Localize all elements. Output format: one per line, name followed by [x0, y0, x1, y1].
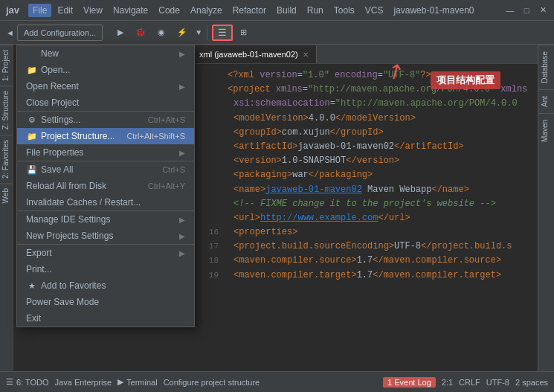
menu-item-manage-ide[interactable]: Manage IDE Settings ▶	[17, 211, 194, 228]
menu-view[interactable]: View	[79, 4, 107, 17]
left-side-panel: 1: Project Z: Structure 2: Favorites Web	[0, 45, 13, 371]
menu-item-invalidate-caches[interactable]: Invalidate Caches / Restart...	[17, 194, 194, 211]
code-line-8: <packaging>war</packaging>	[198, 168, 532, 182]
save-icon: 💾	[26, 165, 38, 175]
todo-panel-button[interactable]: ☰ 6: TODO	[6, 377, 49, 387]
open-recent-arrow: ▶	[179, 83, 185, 91]
sidebar-favorites-label[interactable]: 2: Favorites	[0, 135, 13, 183]
java-enterprise-label: Java Enterprise	[55, 378, 112, 387]
menu-navigate[interactable]: Navigate	[109, 4, 152, 17]
active-tab[interactable]: xml (javaweb-01-maven02) ✕	[192, 45, 317, 63]
debug-button[interactable]: 🐞	[131, 24, 150, 42]
menu-item-new-projects-settings[interactable]: New Projects Settings ▶	[17, 228, 194, 244]
menu-analyze[interactable]: Analyze	[186, 4, 227, 17]
menu-refactor[interactable]: Refactor	[228, 4, 271, 17]
menu-item-save-all[interactable]: 💾Save All Ctrl+S	[17, 161, 194, 178]
manage-ide-arrow: ▶	[179, 216, 185, 224]
code-line-19: 19 <maven.compiler.target>1.7</maven.com…	[198, 269, 532, 283]
java-enterprise-button[interactable]: Java Enterprise	[55, 378, 112, 387]
menu-build[interactable]: Build	[272, 4, 301, 17]
main-area: 1: Project Z: Structure 2: Favorites Web…	[0, 45, 554, 371]
menu-item-open[interactable]: 📁Open...	[17, 62, 194, 78]
dropdown-arrow: ▼	[195, 28, 202, 36]
add-configuration-button[interactable]: Add Configuration...	[17, 25, 103, 41]
terminal-button[interactable]: ▶ Terminal	[117, 377, 158, 387]
toolbar-separator	[207, 25, 207, 40]
event-log-label: Event Log	[394, 378, 431, 387]
code-line-5: <groupId>com.xujun</groupId>	[198, 126, 532, 140]
code-line-3: xsi:schemaLocation="http://maven.apache.…	[198, 97, 532, 111]
toolbar: ◄ Add Configuration... ▶ 🐞 ◉ ⚡ ▼ ☰ ⊞	[0, 21, 554, 45]
settings-icon: ⚙	[26, 115, 38, 125]
close-button[interactable]: ✕	[538, 5, 548, 16]
right-label-database[interactable]: Database	[538, 45, 554, 89]
menu-project[interactable]: javaweb-01-maven0	[389, 4, 478, 17]
menu-item-file-properties[interactable]: File Properties ▶	[17, 144, 194, 161]
tab-label: xml (javaweb-01-maven02)	[199, 50, 298, 59]
editor-content[interactable]: <?xml version="1.0" encoding="UTF-8"?> <…	[192, 64, 538, 371]
code-line-4: <modelVersion>4.0.0</modelVersion>	[198, 112, 532, 126]
export-arrow: ▶	[179, 249, 185, 257]
code-line-7: <version>1.0-SNAPSHOT</version>	[198, 154, 532, 168]
status-bar: ☰ 6: TODO Java Enterprise ▶ Terminal Con…	[0, 371, 554, 392]
line-ending[interactable]: CRLF	[459, 378, 480, 387]
indent-settings[interactable]: 2 spaces	[515, 378, 548, 387]
sidebar-web-label[interactable]: Web	[0, 183, 13, 208]
encoding-text: UTF-8	[486, 378, 509, 387]
toolbar-arrow: ◄	[6, 28, 14, 37]
menu-vcs[interactable]: VCS	[361, 4, 388, 17]
encoding[interactable]: UTF-8	[486, 378, 509, 387]
editor-area: xml (javaweb-01-maven02) ✕ 项目结构配置 ↗ <?xm…	[192, 45, 538, 371]
code-line-6: <artifactId>javaweb-01-maven02</artifact…	[198, 140, 532, 154]
file-dropdown-menu: New ▶ 📁Open... Open Recent ▶ Close Proje…	[16, 45, 195, 327]
highlighted-toolbar-button[interactable]: ☰	[212, 25, 233, 41]
open-icon: 📁	[26, 65, 38, 75]
menu-item-add-to-favorites[interactable]: ★Add to Favorites	[17, 277, 194, 294]
menu-item-close-project[interactable]: Close Project	[17, 94, 194, 111]
menu-item-settings[interactable]: ⚙Settings... Ctrl+Alt+S	[17, 111, 194, 128]
annotation-label: 项目结构配置	[431, 71, 500, 89]
menu-item-exit[interactable]: Exit	[17, 310, 194, 327]
menu-item-print[interactable]: Print...	[17, 261, 194, 277]
editor-tabs: xml (javaweb-01-maven02) ✕	[192, 45, 538, 64]
menu-item-reload[interactable]: Reload All from Disk Ctrl+Alt+Y	[17, 178, 194, 194]
right-label-maven[interactable]: Maven	[538, 113, 554, 148]
todo-label: 6: TODO	[16, 378, 49, 387]
code-line-16: 16 <properties>	[198, 225, 532, 240]
todo-icon: ☰	[6, 377, 13, 387]
app-name: jav	[6, 4, 19, 16]
menu-item-new[interactable]: New ▶	[17, 45, 194, 62]
menu-item-open-recent[interactable]: Open Recent ▶	[17, 78, 194, 94]
status-right-group: 1 Event Log 2:1 CRLF UTF-8 2 spaces	[383, 377, 548, 388]
menu-code[interactable]: Code	[154, 4, 184, 17]
event-log-count: 1	[387, 378, 392, 387]
right-label-ant[interactable]: Ant	[538, 89, 554, 113]
tab-close-icon[interactable]: ✕	[303, 51, 309, 59]
terminal-label: Terminal	[126, 378, 158, 387]
minimize-button[interactable]: —	[505, 5, 515, 16]
cursor-position[interactable]: 2:1	[442, 378, 453, 387]
menu-item-project-structure[interactable]: 📁Project Structure... Ctrl+Alt+Shift+S	[17, 128, 194, 144]
profile-button[interactable]: ⚡	[173, 24, 192, 42]
favorites-icon: ★	[26, 281, 38, 291]
cursor-pos-text: 2:1	[442, 378, 453, 387]
sidebar-structure-label[interactable]: Z: Structure	[0, 86, 13, 134]
code-line-18: 18 <maven.compiler.source>1.7</maven.com…	[198, 254, 532, 268]
menu-run[interactable]: Run	[303, 4, 328, 17]
menu-item-power-save-mode[interactable]: Power Save Mode	[17, 294, 194, 310]
title-bar: jav File Edit View Navigate Code Analyze…	[0, 0, 554, 21]
menu-file[interactable]: File	[28, 4, 51, 17]
project-structure-icon: 📁	[26, 132, 38, 141]
maximize-button[interactable]: □	[521, 5, 532, 16]
event-log-button[interactable]: 1 Event Log	[383, 377, 436, 388]
indent-text: 2 spaces	[515, 378, 548, 387]
menu-tools[interactable]: Tools	[329, 4, 359, 17]
win-controls: — □ ✕	[505, 5, 548, 16]
layout-button[interactable]: ⊞	[236, 24, 251, 42]
sidebar-project-label[interactable]: 1: Project	[0, 45, 13, 86]
run-with-coverage-button[interactable]: ◉	[153, 24, 170, 42]
run-button[interactable]: ▶	[113, 24, 128, 42]
file-props-arrow: ▶	[179, 149, 185, 157]
menu-edit[interactable]: Edit	[53, 4, 77, 17]
menu-item-export[interactable]: Export ▶	[17, 244, 194, 261]
